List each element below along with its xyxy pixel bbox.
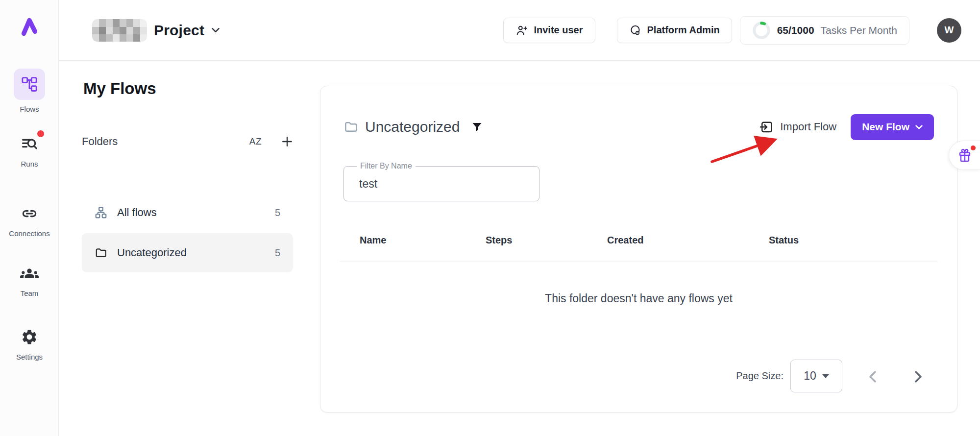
runs-notification-dot <box>37 130 44 137</box>
sidebar-item-runs[interactable]: Runs <box>0 133 59 168</box>
platform-admin-icon <box>629 24 642 37</box>
folder-count: 5 <box>275 207 280 218</box>
folder-count: 5 <box>275 247 280 259</box>
sidebar-item-label: Connections <box>0 229 59 238</box>
import-flow-button[interactable]: Import Flow <box>759 120 836 134</box>
team-icon <box>20 264 39 283</box>
gear-icon <box>21 328 38 346</box>
folder-item-all-flows[interactable]: All flows 5 <box>82 193 293 232</box>
tasks-label: Tasks Per Month <box>821 24 897 36</box>
page-size-label: Page Size: <box>607 370 784 382</box>
invite-user-button[interactable]: Invite user <box>503 18 595 43</box>
filter-by-name-label: Filter By Name <box>357 162 416 170</box>
chevron-down-icon <box>915 125 923 129</box>
activepieces-logo[interactable] <box>0 15 59 39</box>
new-flow-label: New Flow <box>862 121 909 133</box>
new-flow-button[interactable]: New Flow <box>851 114 934 140</box>
folders-header: Folders AZ <box>82 135 293 148</box>
avatar[interactable]: W <box>937 18 961 43</box>
column-header-created[interactable]: Created <box>607 235 643 246</box>
sidebar-item-connections[interactable]: Connections <box>0 203 59 238</box>
select-arrow-icon <box>822 374 829 378</box>
tasks-usage-chip[interactable]: 65/1000 Tasks Per Month <box>740 16 909 45</box>
project-name-label: Project <box>154 22 204 39</box>
platform-admin-label: Platform Admin <box>647 24 720 36</box>
chevron-down-icon <box>211 27 220 33</box>
sidebar-item-label: Runs <box>0 160 59 168</box>
empty-state-message: This folder doesn't have any flows yet <box>320 292 957 305</box>
column-header-name[interactable]: Name <box>360 235 386 246</box>
page-size-value: 10 <box>804 369 816 383</box>
folder-icon <box>95 246 107 259</box>
next-page-button[interactable] <box>911 369 926 384</box>
gift-icon <box>957 147 973 163</box>
folder-label: Uncategorized <box>117 246 187 259</box>
redacted-project-name <box>92 19 147 42</box>
previous-page-button[interactable] <box>865 369 880 384</box>
filter-by-name-input[interactable] <box>344 167 539 201</box>
import-flow-label: Import Flow <box>780 121 836 133</box>
workflow-icon <box>21 76 38 93</box>
link-icon <box>20 204 39 223</box>
platform-admin-button[interactable]: Platform Admin <box>617 18 732 43</box>
sidebar-item-label: Team <box>0 289 59 297</box>
flows-table-card: Uncategorized Import Flow New Flow Fi <box>320 86 957 412</box>
folder-title: Uncategorized <box>365 119 460 135</box>
topbar: Project Invite user Platform Admin 65/10… <box>59 0 980 61</box>
page-size-select[interactable]: 10 <box>790 360 842 392</box>
folder-label: All flows <box>117 206 157 219</box>
rewards-notification-dot <box>971 145 976 150</box>
tasks-progress-ring <box>752 21 771 40</box>
folder-icon <box>343 120 358 134</box>
table-header-divider <box>340 262 937 262</box>
column-header-steps[interactable]: Steps <box>486 235 512 246</box>
sidebar-item-flows[interactable]: Flows <box>0 69 59 113</box>
filter-funnel-icon[interactable] <box>470 121 484 134</box>
column-header-status[interactable]: Status <box>769 235 799 246</box>
rewards-tab[interactable] <box>949 141 980 170</box>
page-title: My Flows <box>83 79 156 98</box>
folders-label: Folders <box>82 135 118 148</box>
import-icon <box>759 120 774 134</box>
chevron-left-icon <box>868 370 877 383</box>
runs-icon <box>20 135 39 153</box>
sidebar-item-team[interactable]: Team <box>0 263 59 297</box>
sidebar: Flows Runs Connections Te <box>0 0 59 436</box>
sidebar-item-label: Settings <box>0 353 59 361</box>
folder-item-uncategorized[interactable]: Uncategorized 5 <box>82 233 293 272</box>
sidebar-item-settings[interactable]: Settings <box>0 326 59 361</box>
avatar-initial: W <box>945 24 954 36</box>
project-switcher[interactable]: Project <box>92 19 220 42</box>
tasks-count: 65/1000 <box>777 24 814 36</box>
add-folder-button[interactable] <box>281 136 293 147</box>
sidebar-item-label: Flows <box>0 105 59 113</box>
person-plus-icon <box>515 24 528 37</box>
filter-by-name-field: Filter By Name <box>343 166 539 201</box>
sort-alphabetical-icon[interactable]: AZ <box>249 136 262 147</box>
plus-icon <box>281 136 293 147</box>
invite-user-label: Invite user <box>534 24 583 36</box>
all-flows-icon <box>95 206 107 219</box>
chevron-right-icon <box>914 370 923 383</box>
activepieces-logo-icon <box>19 15 40 39</box>
flows-left-panel: My Flows Folders AZ All flows 5 Uncatego… <box>59 61 321 436</box>
